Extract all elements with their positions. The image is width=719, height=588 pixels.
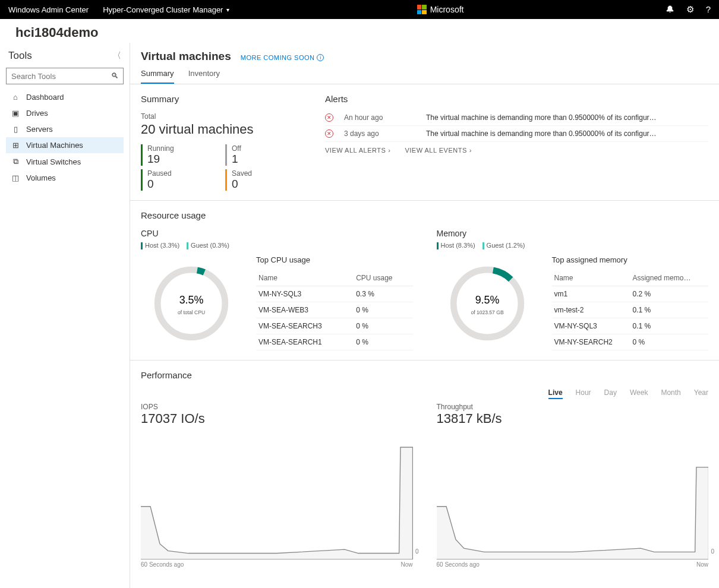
mem-legend-host: Host (8.3%): [441, 242, 475, 249]
view-all-events-link[interactable]: VIEW ALL EVENTS ›: [405, 147, 471, 154]
notifications-icon[interactable]: 🔔︎: [666, 4, 674, 15]
alerts-heading: Alerts: [325, 94, 708, 104]
alert-timestamp: An hour ago: [344, 113, 415, 122]
summary-section: Summary Total 20 virtual machines Runnin…: [130, 84, 719, 201]
search-icon: 🔍︎: [111, 71, 119, 80]
table-row[interactable]: VM-NY-SEARCH20 %: [552, 334, 709, 350]
range-week[interactable]: Week: [630, 388, 648, 399]
iops-value: 17037 IO/s: [141, 411, 413, 426]
servers-icon: ▯: [11, 125, 20, 134]
tab-summary[interactable]: Summary: [141, 69, 174, 84]
table-row[interactable]: vm10.2 %: [552, 286, 709, 302]
range-month[interactable]: Month: [661, 388, 680, 399]
x-right-label: Now: [696, 561, 708, 568]
sidebar-item-servers[interactable]: ▯Servers: [6, 121, 124, 137]
memory-block: Memory Host (8.3%) Guest (1.2%) 9.5% of …: [437, 229, 709, 350]
tools-search-input[interactable]: [6, 68, 124, 84]
throughput-label: Throughput: [437, 403, 709, 411]
mem-pct: 9.5%: [475, 294, 499, 306]
volumes-icon: ◫: [11, 173, 20, 182]
chevron-right-icon: ›: [469, 147, 472, 154]
table-row[interactable]: vm-test-20.1 %: [552, 302, 709, 318]
tools-list: ⌂Dashboard ▣Drives ▯Servers ⊞Virtual Mac…: [6, 89, 124, 186]
sidebar-item-virtual-switches[interactable]: ⧉Virtual Switches: [6, 153, 124, 170]
drives-icon: ▣: [11, 109, 20, 118]
range-year[interactable]: Year: [694, 388, 708, 399]
throughput-value: 13817 kB/s: [437, 411, 709, 426]
dashboard-icon: ⌂: [11, 93, 20, 102]
y-zero-label: 0: [711, 548, 714, 555]
running-label: Running: [147, 144, 217, 153]
view-all-alerts-link[interactable]: VIEW ALL ALERTS ›: [325, 147, 390, 154]
more-coming-soon-link[interactable]: MORE COMING SOON i: [241, 54, 324, 61]
chevron-right-icon: ›: [388, 147, 390, 154]
info-icon: i: [317, 54, 324, 61]
table-row[interactable]: VM-SEA-SEARCH10 %: [256, 334, 413, 350]
summary-heading: Summary: [141, 94, 301, 104]
error-icon: ✕: [325, 129, 333, 138]
alert-message: The virtual machine is demanding more th…: [426, 113, 657, 122]
x-left-label: 60 Seconds ago: [437, 561, 480, 568]
top-memory-title: Top assigned memory: [552, 255, 709, 264]
table-row[interactable]: VM-NY-SQL30.3 %: [256, 286, 413, 302]
cpu-title: CPU: [141, 229, 413, 238]
top-memory-table: NameAssigned memo… vm10.2 % vm-test-20.1…: [552, 270, 709, 350]
range-live[interactable]: Live: [548, 388, 563, 399]
saved-value: 0: [232, 178, 301, 191]
alert-row[interactable]: ✕ 3 days ago The virtual machine is dema…: [325, 126, 708, 142]
settings-icon[interactable]: ⚙︎: [686, 4, 694, 15]
page-title: Virtual machines: [141, 50, 231, 63]
sidebar-item-label: Virtual Machines: [26, 141, 83, 150]
vm-icon: ⊞: [11, 141, 20, 150]
cpu-pct: 3.5%: [179, 294, 204, 306]
iops-chart: 0 60 Seconds ago Now: [141, 435, 413, 559]
app-brand: Windows Admin Center: [8, 5, 89, 14]
content-pane: Virtual machines MORE COMING SOON i Summ…: [130, 43, 719, 588]
tab-strip: Summary Inventory: [130, 63, 719, 84]
sidebar-item-drives[interactable]: ▣Drives: [6, 105, 124, 121]
sidebar-item-label: Drives: [26, 109, 48, 118]
iops-label: IOPS: [141, 403, 413, 411]
alert-row[interactable]: ✕ An hour ago The virtual machine is dem…: [325, 110, 708, 126]
cpu-sub: of total CPU: [178, 309, 205, 315]
col-name: Name: [256, 270, 354, 286]
collapse-sidebar-icon[interactable]: 〈: [113, 50, 121, 61]
memory-donut: 9.5% of 1023.57 GB: [437, 255, 538, 348]
x-left-label: 60 Seconds ago: [141, 561, 184, 568]
sidebar-item-dashboard[interactable]: ⌂Dashboard: [6, 89, 124, 105]
off-label: Off: [232, 144, 301, 153]
y-zero-label: 0: [415, 548, 419, 555]
chevron-down-icon: ▾: [226, 7, 229, 13]
mem-legend-guest: Guest (1.2%): [487, 242, 525, 249]
cpu-block: CPU Host (3.3%) Guest (0.3%) 3.5% of tot…: [141, 229, 413, 350]
cluster-dropdown-label: Hyper-Converged Cluster Manager: [103, 5, 223, 14]
cluster-dropdown[interactable]: Hyper-Converged Cluster Manager ▾: [103, 5, 229, 14]
performance-section: Performance Live Hour Day Week Month Yea…: [130, 361, 719, 569]
help-icon[interactable]: ?: [706, 4, 711, 15]
range-hour[interactable]: Hour: [576, 388, 591, 399]
tools-heading: Tools: [8, 50, 32, 62]
off-value: 1: [232, 153, 301, 166]
x-right-label: Now: [401, 561, 412, 568]
cpu-legend-guest: Guest (0.3%): [191, 242, 229, 249]
top-cpu-table: NameCPU usage VM-NY-SQL30.3 % VM-SEA-WEB…: [256, 270, 413, 350]
resource-usage-section: Resource usage CPU Host (3.3%) Guest (0.…: [130, 201, 719, 361]
saved-label: Saved: [232, 169, 301, 178]
range-day[interactable]: Day: [604, 388, 617, 399]
tab-inventory[interactable]: Inventory: [188, 69, 220, 84]
col-assigned-memory: Assigned memo…: [630, 270, 708, 286]
running-value: 19: [147, 153, 217, 166]
table-row[interactable]: VM-NY-SQL30.1 %: [552, 318, 709, 334]
table-row[interactable]: VM-SEA-WEB30 %: [256, 302, 413, 318]
memory-title: Memory: [437, 229, 709, 238]
sidebar-item-volumes[interactable]: ◫Volumes: [6, 170, 124, 186]
sidebar-item-label: Dashboard: [26, 93, 64, 102]
microsoft-logo-text: Microsoft: [430, 5, 464, 14]
iops-block: IOPS 17037 IO/s 0 60 Seconds ago Now: [141, 403, 413, 559]
table-row[interactable]: VM-SEA-SEARCH30 %: [256, 318, 413, 334]
alert-timestamp: 3 days ago: [344, 129, 415, 138]
throughput-chart: 0 60 Seconds ago Now: [437, 435, 709, 559]
microsoft-logo: Microsoft: [417, 5, 464, 14]
total-label: Total: [141, 112, 301, 121]
sidebar-item-virtual-machines[interactable]: ⊞Virtual Machines: [6, 137, 124, 153]
